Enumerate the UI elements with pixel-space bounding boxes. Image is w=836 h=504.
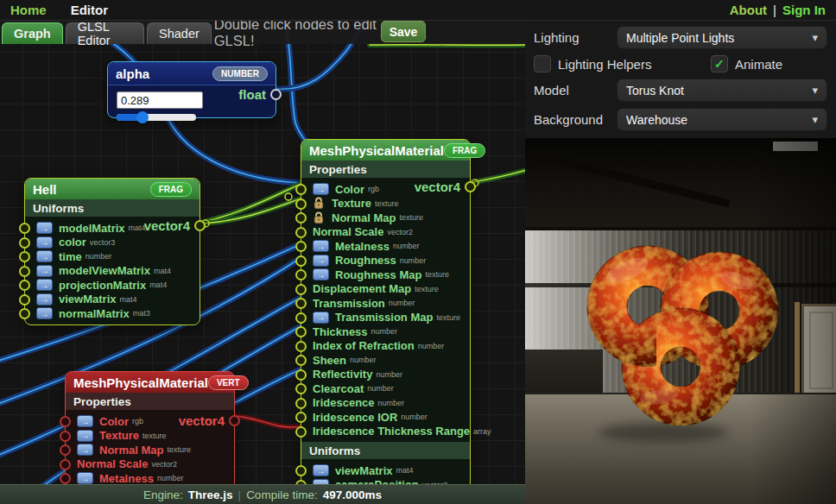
node-row: → time number [25,249,200,264]
model-label: Model [534,83,617,98]
chevron-down-icon: ▾ [812,84,818,97]
node-header[interactable]: MeshPhysicalMaterial FRAG [301,140,470,161]
preview-3d-viewport[interactable] [525,138,836,504]
output-connector: float [238,87,282,102]
arrow-icon[interactable]: → [36,307,53,319]
node-row: Normal Map texture [301,211,470,225]
input-port[interactable] [19,223,30,234]
lighting-helpers-checkbox[interactable] [534,55,551,72]
input-port[interactable] [295,369,307,381]
output-port[interactable] [270,89,282,100]
node-row: Iridescence IOR number [301,410,470,425]
input-port[interactable] [60,473,71,484]
node-row: → normalMatrix mat3 [25,306,200,321]
arrow-icon[interactable]: → [36,222,53,234]
animate-checkbox[interactable]: ✓ [711,55,728,72]
node-header[interactable]: MeshPhysicalMaterial VERT [66,372,234,393]
input-port[interactable] [19,308,30,319]
output-port[interactable] [229,415,240,426]
input-port[interactable] [295,284,307,295]
input-port[interactable] [19,294,30,306]
chevron-down-icon: ▾ [812,31,818,44]
save-button[interactable]: Save [381,21,426,42]
node-row: → color vector3 [25,236,200,250]
input-port[interactable] [295,398,307,409]
input-port[interactable] [60,444,71,456]
background-label: Background [534,112,617,127]
input-port[interactable] [295,383,307,394]
arrow-icon[interactable]: → [36,279,53,291]
node-title: alpha [116,66,149,81]
node-type-badge: NUMBER [212,66,268,81]
arrow-icon[interactable]: → [77,444,93,456]
input-port[interactable] [295,241,307,252]
lighting-select[interactable]: Multiple Point Lights ▾ [617,26,827,49]
background-select[interactable]: Warehouse ▾ [617,108,827,131]
arrow-icon[interactable]: → [77,415,93,427]
arrow-icon[interactable]: → [313,268,329,280]
arrow-icon[interactable]: → [313,183,329,195]
animate-group: ✓ Animate [711,55,782,72]
arrow-icon[interactable]: → [313,240,329,252]
input-port[interactable] [295,341,307,352]
checkbox-row: Lighting Helpers ✓ Animate [534,55,827,72]
input-port[interactable] [295,412,307,423]
nav-home-link[interactable]: Home [10,3,47,17]
input-port[interactable] [295,184,307,195]
arrow-icon[interactable]: → [36,293,53,306]
node-alpha[interactable]: alpha NUMBER float [107,61,276,118]
arrow-icon[interactable]: → [313,312,329,324]
property-rows: → Color rgb Texture texture [301,178,470,442]
lighting-label: Lighting [534,30,617,45]
input-port[interactable] [295,255,307,267]
arrow-icon[interactable]: → [36,250,53,262]
input-port[interactable] [295,198,307,210]
input-port[interactable] [19,237,30,249]
input-port[interactable] [295,426,307,438]
input-port[interactable] [19,251,30,262]
nav-editor-link[interactable]: Editor [71,3,108,17]
input-port[interactable] [60,459,71,470]
input-port[interactable] [295,227,307,238]
tab-graph[interactable]: Graph [2,22,63,44]
right-panel: Lighting Multiple Point Lights ▾ Lightin… [525,21,836,504]
input-port[interactable] [60,416,71,427]
node-header[interactable]: alpha NUMBER [108,62,276,85]
node-header[interactable]: Hell FRAG [25,179,200,199]
lighting-row: Lighting Multiple Point Lights ▾ [534,26,827,49]
node-hell[interactable]: Hell FRAG Uniforms → modelMatrix mat4 [24,178,200,325]
model-select[interactable]: Torus Knot ▾ [617,79,827,102]
background-selected-value: Warehouse [626,113,812,127]
input-port[interactable] [295,298,307,309]
nav-signin-link[interactable]: Sign In [782,3,826,17]
node-title: MeshPhysicalMaterial [73,375,208,390]
section-header: Uniforms [25,199,200,217]
tab-shader[interactable]: Shader [147,22,212,44]
node-meshphysical-frag[interactable]: MeshPhysicalMaterial FRAG Properties → C… [301,139,471,504]
input-port[interactable] [295,465,307,476]
arrow-icon[interactable]: → [36,236,53,249]
input-port[interactable] [295,326,307,337]
node-row: Iridescence Thickness Range array [301,425,470,439]
edge-vert-output[interactable] [233,416,301,427]
arrow-icon[interactable]: → [77,430,93,442]
arrow-icon[interactable]: → [313,464,329,476]
arrow-icon[interactable]: → [36,265,53,277]
input-port[interactable] [19,266,30,277]
edge-green-top[interactable] [370,45,525,46]
input-port[interactable] [60,431,71,442]
alpha-value-input[interactable] [117,91,203,109]
input-port[interactable] [19,280,30,291]
input-port[interactable] [295,312,307,324]
tab-glsl-editor[interactable]: GLSL Editor [66,22,144,44]
nav-about-link[interactable]: About [730,3,767,17]
alpha-slider[interactable] [117,114,196,121]
input-port[interactable] [295,212,307,224]
input-port[interactable] [295,355,307,366]
input-port[interactable] [295,269,307,280]
arrow-icon[interactable]: → [313,255,329,267]
node-row: → Texture texture [66,429,234,444]
arrow-icon[interactable]: → [77,472,93,484]
output-port[interactable] [194,220,206,231]
output-port[interactable] [465,181,476,192]
